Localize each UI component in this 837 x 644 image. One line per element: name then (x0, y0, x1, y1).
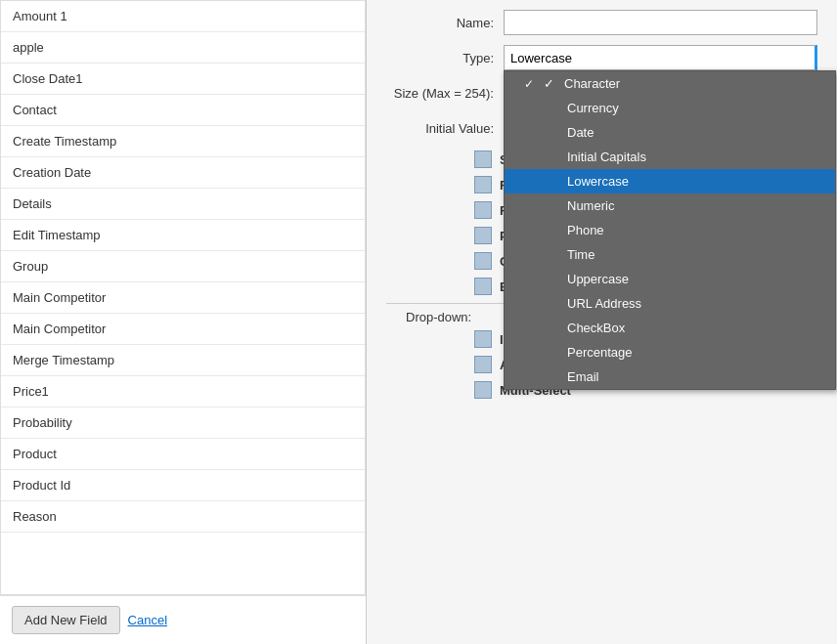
list-item[interactable]: Details (1, 189, 365, 220)
generate-history-checkbox-square (474, 252, 492, 270)
cancel-button[interactable]: Cancel (128, 606, 167, 634)
list-item[interactable]: Creation Date (1, 157, 365, 189)
right-panel: Name: Type: Lowercase ✓CharacterCurrency… (367, 0, 837, 644)
type-dropdown-menu: ✓CharacterCurrencyDateInitial CapitalsLo… (504, 70, 836, 390)
type-option-uppercase[interactable]: Uppercase (505, 267, 835, 291)
type-option-initial-capitals[interactable]: Initial Capitals (505, 145, 835, 169)
type-option-url-address[interactable]: URL Address (505, 291, 835, 316)
type-select-wrapper: Lowercase ✓CharacterCurrencyDateInitial … (504, 45, 817, 70)
multi-select-checkbox-square (474, 381, 492, 399)
type-row: Type: Lowercase ✓CharacterCurrencyDateIn… (386, 45, 817, 70)
required-checkbox-square (474, 201, 492, 219)
system-field-checkbox-square (474, 150, 492, 168)
type-option-lowercase[interactable]: Lowercase (505, 169, 835, 193)
type-option-percentage[interactable]: Percentage (505, 340, 835, 365)
list-item[interactable]: Main Competitor (1, 282, 365, 314)
list-item[interactable]: Product Id (1, 470, 365, 501)
list-item[interactable]: Probability (1, 408, 365, 439)
type-option-checkbox[interactable]: CheckBox (505, 316, 835, 340)
name-row: Name: (386, 10, 817, 35)
type-option-time[interactable]: Time (505, 242, 835, 267)
left-footer: Add New Field Cancel (0, 595, 366, 644)
list-item[interactable]: Main Competitor (1, 314, 365, 345)
type-label: Type: (386, 51, 504, 65)
type-option-email[interactable]: Email (505, 365, 835, 389)
primary-field-checkbox-square (474, 227, 492, 244)
list-item[interactable]: Create Timestamp (1, 126, 365, 157)
is-drop-down-checkbox-square (474, 330, 492, 348)
size-label: Size (Max = 254): (386, 86, 504, 101)
list-item[interactable]: apple (1, 32, 365, 64)
type-option-date[interactable]: Date (505, 120, 835, 145)
type-option-currency[interactable]: Currency (505, 96, 835, 120)
left-panel: Amount 1appleClose Date1ContactCreate Ti… (0, 0, 367, 644)
field-list: Amount 1appleClose Date1ContactCreate Ti… (0, 0, 366, 595)
type-option-phone[interactable]: Phone (505, 218, 835, 242)
list-item[interactable]: Contact (1, 95, 365, 126)
allow-user-edit-list-checkbox-square (474, 356, 492, 373)
block-synchronization-checkbox-square (474, 278, 492, 295)
list-item[interactable]: Amount 1 (1, 1, 365, 32)
type-select-button[interactable]: Lowercase (504, 45, 817, 70)
list-item[interactable]: Edit Timestamp (1, 220, 365, 251)
name-input[interactable] (504, 10, 817, 35)
list-item[interactable]: Price1 (1, 376, 365, 408)
type-option-numeric[interactable]: Numeric (505, 193, 835, 218)
list-item[interactable]: Product (1, 439, 365, 470)
name-label: Name: (386, 16, 504, 30)
read-only-checkbox-square (474, 176, 492, 193)
add-new-field-button[interactable]: Add New Field (12, 606, 120, 634)
list-item[interactable]: Group (1, 251, 365, 282)
list-item[interactable]: Merge Timestamp (1, 345, 365, 376)
type-option-character[interactable]: ✓Character (505, 71, 835, 96)
list-item[interactable]: Reason (1, 501, 365, 533)
initial-value-label: Initial Value: (386, 121, 504, 136)
list-item[interactable]: Close Date1 (1, 64, 365, 95)
